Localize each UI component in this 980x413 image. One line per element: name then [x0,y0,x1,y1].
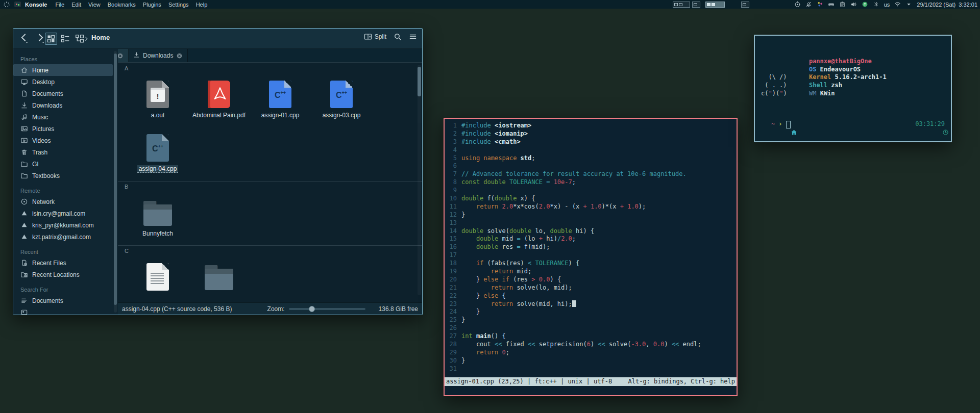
pager-window-thumb [707,3,710,6]
sidebar-item-desktop[interactable]: Desktop [13,76,113,88]
icons-view-button[interactable] [45,33,57,45]
zoom-slider[interactable] [289,308,365,310]
code-line: 31 [449,365,733,373]
pager-window-thumb [674,3,678,6]
tab-bar: HomeDownloads [83,49,422,63]
recent-file-icon [20,259,28,267]
editor-terminal-window: 1#include <iostream>2#include <iomanip>3… [444,118,738,396]
pager-desktop-2[interactable] [692,2,700,8]
home-icon [20,66,28,74]
breadcrumb-location[interactable]: Home [91,34,110,41]
sidebar-item-documents[interactable]: Documents [13,295,113,306]
file-bunnyfetch[interactable]: Bunnyfetch [127,192,188,245]
sidebar-item-music[interactable]: Music [13,111,113,123]
file-name: Bunnyfetch [142,230,173,237]
tab-downloads[interactable]: Downloads [129,49,188,62]
tray-expand-caret-icon[interactable] [905,1,912,8]
file-group-b: BBunnyfetch [118,181,422,245]
code-token: res [498,243,517,250]
tab-close-icon[interactable] [176,53,183,59]
code-token: ; [572,178,576,186]
sidebar-scrollbar[interactable] [114,51,117,313]
code-line: 19 return mid; [449,268,733,276]
sidebar-item-label: Pictures [32,125,54,133]
bluetooth-icon[interactable] [873,1,879,8]
menu-bookmarks[interactable]: Bookmarks [108,2,136,8]
app-launcher-icon[interactable] [3,1,10,8]
updates-icon[interactable] [862,1,868,8]
dolphin-toolbar: Home Split [13,29,422,49]
media-player-icon[interactable] [794,1,801,8]
code-token: else if [483,276,509,283]
file-assign-01-cpp[interactable]: C++assign-01.cpp [250,73,311,127]
menu-file[interactable]: File [55,2,64,8]
code-token [461,284,491,291]
file-assign-03-cpp[interactable]: C++assign-03.cpp [311,73,372,127]
clipboard-icon[interactable] [839,1,846,8]
line-number: 19 [449,268,457,276]
code-token: + 1.0 [620,203,639,210]
sidebar-item-textbooks[interactable]: Textbooks [13,170,113,182]
hamburger-menu-icon[interactable] [409,33,417,41]
pager-desktop-1[interactable] [673,2,690,8]
fetch-line: c(")(") WM KWin [761,90,945,98]
volume-icon[interactable] [850,1,857,8]
sidebar-item-kris-pyr-kkumail-com[interactable]: kris_pyr@kkumail.com [13,219,113,231]
panel-clock[interactable]: 29/1/2022 (Sat) 3:32:01 [917,2,977,8]
keyboard-layout-indicator[interactable]: us [884,2,890,8]
menu-settings[interactable]: Settings [168,2,189,8]
game-controller-icon[interactable] [828,1,835,8]
sidebar-item-recent-files[interactable]: Recent Files [13,257,113,269]
code-token: (res [509,276,531,283]
terminal-cursor [786,121,791,128]
code-token: setprecision( [535,341,587,348]
sidebar-item-gi[interactable]: GI [13,158,113,170]
file-unnamed[interactable] [188,256,250,302]
code-token: ; [572,235,576,242]
active-app-title: Konsole [25,2,47,8]
file-a-out[interactable]: !a.out [127,73,188,127]
pager-desktop-3[interactable] [705,2,725,8]
split-button[interactable]: Split [364,33,386,41]
folder-view-scrollbar[interactable] [418,65,421,295]
sidebar-item-kzt-patrix-gmail-com[interactable]: kzt.patrix@gmail.com [13,231,113,243]
breadcrumb[interactable]: Home [83,34,110,41]
pager-desktop-4[interactable] [741,2,749,8]
documents-icon [20,90,28,97]
menu-view[interactable]: View [88,2,101,8]
back-button[interactable] [18,33,30,45]
multicolor-app-icon[interactable] [817,1,823,8]
sidebar-item-pictures[interactable]: Pictures [13,123,113,135]
details-view-button[interactable] [59,33,71,45]
file-unnamed[interactable] [127,256,188,302]
file-assign-04-cpp[interactable]: C++assign-04.cpp [127,127,188,181]
sidebar-item-home[interactable]: Home [13,64,113,76]
code-token: > [531,276,535,283]
code-token: *x) - (x [550,203,583,210]
clock-time: 3:32:01 [959,2,977,8]
code-editor[interactable]: 1#include <iostream>2#include <iomanip>3… [445,119,737,395]
zoom-slider-knob[interactable] [309,306,315,312]
sidebar-item-recent-locations[interactable]: Recent Locations [13,269,113,280]
menu-plugins[interactable]: Plugins [143,2,161,8]
sidebar-item-network[interactable]: Network [13,196,113,208]
fetch-token: pannxe@thatBigOne [809,58,872,65]
code-line: 1#include <iostream> [449,122,733,130]
menu-help[interactable]: Help [196,2,208,8]
forward-button[interactable] [35,33,46,45]
line-number: 24 [449,308,457,316]
folder-view: A!a.outAbdominal Pain.pdfC++assign-01.cp… [118,63,422,302]
sidebar-item-search-img[interactable] [13,306,113,315]
wifi-icon[interactable] [894,1,901,8]
sidebar-item-downloads[interactable]: Downloads [13,99,113,111]
search-icon[interactable] [394,33,402,41]
menu-edit[interactable]: Edit [71,2,81,8]
sidebar-item-videos[interactable]: Videos [13,135,113,146]
sidebar-item-isin-cry-gmail-com[interactable]: isin.cry@gmail.com [13,208,113,219]
sidebar-item-documents[interactable]: Documents [13,88,113,99]
code-token: solve( [487,227,509,235]
line-number: 17 [449,251,457,260]
file-abdominal-pain-pdf[interactable]: Abdominal Pain.pdf [188,73,250,127]
notifications-muted-icon[interactable] [805,1,812,8]
sidebar-item-trash[interactable]: Trash [13,146,113,158]
